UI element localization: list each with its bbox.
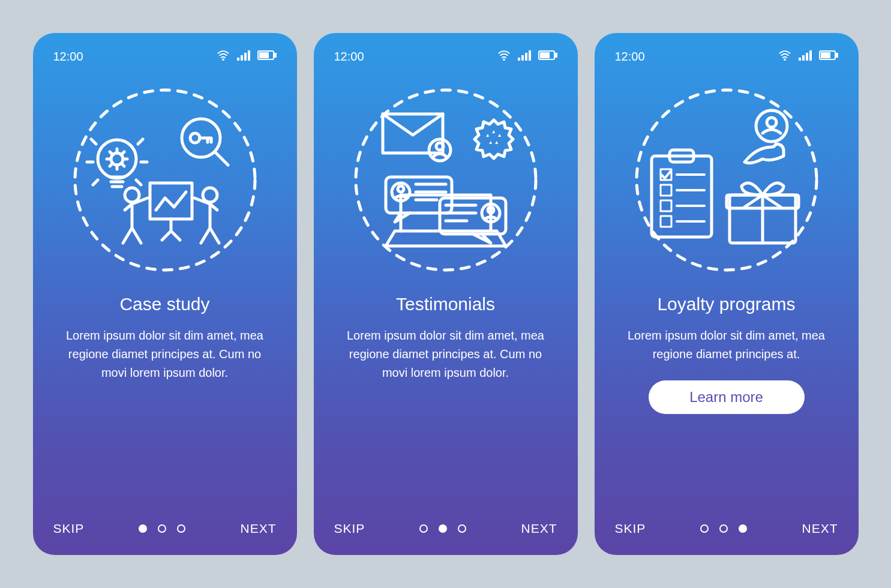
page-dot[interactable] <box>719 524 728 533</box>
testimonials-illustration <box>334 72 557 288</box>
signal-icon <box>237 50 250 64</box>
screen-title: Testimonials <box>334 294 557 314</box>
svg-point-16 <box>503 59 505 60</box>
page-dot[interactable] <box>177 524 185 533</box>
svg-rect-31 <box>440 198 506 234</box>
status-bar: 12:00 <box>615 50 838 64</box>
next-button[interactable]: NEXT <box>240 521 276 536</box>
svg-rect-38 <box>809 50 812 61</box>
svg-rect-1 <box>237 58 239 61</box>
svg-rect-6 <box>274 53 276 57</box>
svg-rect-13 <box>150 183 192 219</box>
wifi-icon <box>497 50 511 64</box>
status-time: 12:00 <box>53 50 83 64</box>
page-dot[interactable] <box>439 524 447 533</box>
svg-rect-48 <box>661 185 671 196</box>
screen-title: Case study <box>53 294 277 314</box>
svg-rect-35 <box>799 58 801 61</box>
screen-body: Lorem ipsum dolor sit dim amet, mea regi… <box>53 326 277 382</box>
status-icons <box>778 50 838 64</box>
battery-icon <box>819 50 838 64</box>
svg-rect-23 <box>541 53 549 58</box>
page-indicator <box>139 524 185 533</box>
nav-bar: SKIP NEXT <box>334 521 557 536</box>
svg-point-15 <box>203 188 217 202</box>
svg-point-14 <box>125 188 139 202</box>
battery-icon <box>538 50 557 64</box>
page-dot[interactable] <box>458 524 466 533</box>
status-icons <box>497 50 557 64</box>
svg-point-27 <box>436 143 443 150</box>
svg-rect-40 <box>836 53 838 57</box>
screen-body: Lorem ipsum dolor sit dim amet, mea regi… <box>334 326 557 382</box>
status-icons <box>217 50 277 64</box>
learn-more-button[interactable]: Learn more <box>649 380 805 414</box>
onboarding-screen-loyalty: 12:00 <box>595 33 859 555</box>
case-study-illustration <box>53 72 277 288</box>
svg-rect-18 <box>521 55 524 61</box>
svg-point-8 <box>75 90 255 270</box>
svg-point-30 <box>398 186 404 192</box>
status-bar: 12:00 <box>334 50 557 64</box>
status-time: 12:00 <box>615 50 645 64</box>
skip-button[interactable]: SKIP <box>615 521 646 536</box>
svg-point-9 <box>98 140 136 178</box>
page-dot[interactable] <box>700 524 709 533</box>
screen-title: Loyalty programs <box>615 294 838 314</box>
svg-point-0 <box>223 59 224 60</box>
svg-rect-2 <box>241 55 243 61</box>
svg-rect-50 <box>661 216 671 227</box>
onboarding-screen-testimonials: 12:00 <box>314 33 578 555</box>
next-button[interactable]: NEXT <box>521 521 557 536</box>
skip-button[interactable]: SKIP <box>53 521 85 536</box>
svg-rect-36 <box>802 55 805 61</box>
page-dot[interactable] <box>139 524 147 533</box>
screen-body: Lorem ipsum dolor sit dim amet, mea regi… <box>615 326 838 364</box>
svg-point-44 <box>767 118 776 127</box>
svg-rect-20 <box>529 50 531 61</box>
signal-icon <box>799 50 812 64</box>
svg-rect-7 <box>260 53 268 58</box>
page-dot[interactable] <box>419 524 428 533</box>
wifi-icon <box>217 50 230 64</box>
page-indicator <box>419 524 466 533</box>
page-dot[interactable] <box>158 524 166 533</box>
svg-rect-49 <box>661 200 671 211</box>
loyalty-illustration <box>615 72 838 288</box>
page-indicator <box>700 524 747 533</box>
signal-icon <box>518 50 531 64</box>
skip-button[interactable]: SKIP <box>334 521 365 536</box>
next-button[interactable]: NEXT <box>802 521 838 536</box>
onboarding-screen-case-study: 12:00 <box>33 33 297 555</box>
nav-bar: SKIP NEXT <box>53 521 277 536</box>
nav-bar: SKIP NEXT <box>615 521 838 536</box>
wifi-icon <box>778 50 791 64</box>
battery-icon <box>257 50 277 64</box>
svg-rect-22 <box>555 53 557 57</box>
svg-rect-37 <box>806 53 808 61</box>
svg-rect-4 <box>248 50 250 61</box>
status-time: 12:00 <box>334 50 364 64</box>
svg-rect-17 <box>518 58 520 61</box>
svg-rect-3 <box>244 53 247 61</box>
svg-rect-41 <box>821 53 830 58</box>
svg-point-34 <box>784 59 785 60</box>
status-bar: 12:00 <box>53 50 277 64</box>
page-dot[interactable] <box>739 524 747 533</box>
svg-rect-19 <box>525 53 527 61</box>
